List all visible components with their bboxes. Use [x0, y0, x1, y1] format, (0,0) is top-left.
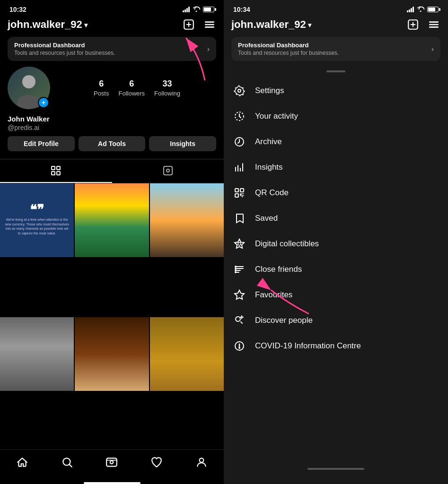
right-panel: 10:34 john.walker_92 ▾ — [224, 0, 448, 484]
add-post-button-right[interactable] — [406, 18, 420, 31]
header-left: john.walker_92 ▾ — [0, 16, 224, 35]
reels-nav-button[interactable] — [105, 456, 118, 469]
following-count: 33 — [163, 79, 172, 89]
insights-button[interactable]: Insights — [149, 136, 216, 151]
menu-item-close-friends[interactable]: Close friends — [224, 257, 448, 282]
search-nav-button[interactable] — [61, 456, 74, 469]
menu-item-covid[interactable]: COVID-19 Information Centre — [224, 333, 448, 359]
home-indicator-left — [84, 482, 141, 484]
menu-item-archive[interactable]: Archive — [224, 129, 448, 155]
grid-tab[interactable] — [0, 159, 112, 183]
pro-dashboard-arrow-right: › — [431, 45, 434, 53]
chevron-down-icon-right: ▾ — [308, 21, 311, 29]
archive-icon — [233, 136, 246, 148]
status-icons-left — [183, 6, 214, 13]
menu-item-settings[interactable]: Settings — [224, 78, 448, 104]
hamburger-menu-button[interactable] — [203, 18, 216, 31]
svg-rect-3 — [57, 166, 60, 170]
menu-list: Settings Your activity Archive — [224, 78, 448, 460]
menu-item-saved[interactable]: Saved — [224, 206, 448, 231]
profile-section: + 6 Posts 6 Followers 33 Following — [0, 67, 224, 109]
menu-item-collectibles[interactable]: Digital collectibles — [224, 231, 448, 257]
svg-point-19 — [238, 242, 241, 245]
wifi-icon-right — [417, 6, 424, 13]
ad-tools-button[interactable]: Ad Tools — [79, 136, 146, 151]
add-post-button[interactable] — [182, 18, 195, 31]
battery-icon-right — [427, 7, 439, 12]
right-bottom-bar — [224, 460, 448, 484]
discover-label: Discover people — [255, 316, 313, 325]
svg-rect-17 — [240, 189, 244, 192]
chevron-down-icon: ▾ — [84, 21, 88, 29]
profile-nav-button[interactable] — [195, 456, 208, 469]
drawer-handle — [326, 70, 345, 72]
avatar-container[interactable]: + — [8, 67, 50, 109]
time-right: 10:34 — [233, 6, 250, 13]
grid-item-1[interactable]: ❝❞ We're living at a time when attention… — [0, 183, 74, 257]
menu-item-insights[interactable]: Insights — [224, 155, 448, 180]
menu-item-qr[interactable]: QR Code — [224, 180, 448, 206]
followers-label: Followers — [118, 90, 145, 97]
close-friends-icon — [233, 263, 246, 276]
grid-icon — [50, 165, 61, 176]
username-right[interactable]: john.walker_92 ▾ — [231, 18, 311, 31]
pro-dashboard-subtitle: Tools and resources just for businesses. — [14, 50, 115, 56]
posts-label: Posts — [94, 90, 109, 97]
header-right: john.walker_92 ▾ — [224, 16, 448, 35]
collectibles-icon — [233, 238, 246, 250]
archive-label: Archive — [255, 137, 282, 147]
followers-count: 6 — [129, 79, 134, 89]
status-bar-left: 10:32 — [0, 0, 224, 16]
status-icons-right — [407, 6, 439, 13]
pro-dashboard-right[interactable]: Professional Dashboard Tools and resourc… — [231, 37, 440, 61]
grid-item-3[interactable] — [150, 183, 224, 257]
close-friends-label: Close friends — [255, 265, 302, 274]
tag-icon — [162, 165, 174, 176]
svg-point-23 — [235, 272, 236, 273]
settings-label: Settings — [255, 86, 284, 95]
posts-stat[interactable]: 6 Posts — [94, 79, 109, 97]
svg-rect-18 — [235, 194, 238, 197]
header-icons-left — [182, 18, 216, 31]
grid-item-5[interactable] — [75, 317, 149, 391]
svg-point-20 — [235, 266, 236, 267]
followers-stat[interactable]: 6 Followers — [118, 79, 145, 97]
battery-icon — [203, 7, 214, 12]
username-left[interactable]: john.walker_92 ▾ — [8, 18, 88, 31]
pro-dashboard-subtitle-right: Tools and resources just for businesses. — [238, 50, 339, 56]
grid-item-4[interactable] — [0, 317, 74, 391]
posts-count: 6 — [99, 79, 104, 89]
signal-icon-right — [407, 7, 414, 12]
menu-item-discover[interactable]: Discover people — [224, 308, 448, 333]
following-label: Following — [154, 90, 180, 97]
stats-row: 6 Posts 6 Followers 33 Following — [58, 79, 216, 97]
profile-info: John Walker @predis.ai — [0, 115, 224, 136]
following-stat[interactable]: 33 Following — [154, 79, 180, 97]
action-buttons: Edit Profile Ad Tools Insights — [0, 136, 224, 159]
signal-icon — [183, 7, 190, 12]
status-bar-right: 10:34 — [224, 0, 448, 16]
tab-bar — [0, 159, 224, 183]
collectibles-label: Digital collectibles — [255, 239, 319, 249]
activity-icon — [233, 110, 246, 122]
menu-item-favourites[interactable]: Favourites — [224, 282, 448, 308]
heart-nav-button[interactable] — [150, 456, 163, 469]
add-to-story-button[interactable]: + — [38, 97, 49, 108]
svg-rect-6 — [164, 166, 172, 175]
favourites-icon — [233, 289, 246, 301]
tagged-tab[interactable] — [112, 159, 224, 183]
svg-rect-2 — [52, 166, 55, 170]
pro-dashboard-left[interactable]: Professional Dashboard Tools and resourc… — [8, 37, 216, 61]
svg-point-7 — [167, 169, 169, 172]
hamburger-menu-button-right[interactable] — [427, 18, 440, 31]
svg-rect-5 — [57, 172, 60, 175]
pro-dashboard-arrow: › — [207, 45, 210, 53]
activity-label: Your activity — [255, 112, 298, 121]
grid-item-2[interactable] — [75, 183, 149, 257]
grid-item-6[interactable] — [150, 317, 224, 391]
favourites-label: Favourites — [255, 290, 292, 300]
home-nav-button[interactable] — [16, 456, 29, 469]
wifi-icon — [193, 6, 200, 13]
menu-item-activity[interactable]: Your activity — [224, 104, 448, 129]
edit-profile-button[interactable]: Edit Profile — [8, 136, 75, 151]
